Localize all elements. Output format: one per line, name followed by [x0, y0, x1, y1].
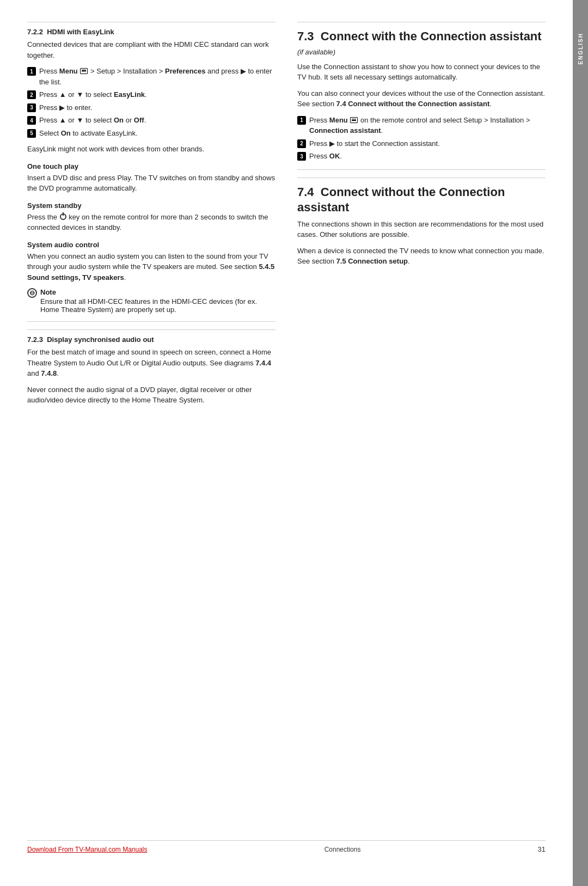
power-icon — [60, 213, 66, 220]
system-audio-text: When you connect an audio system you can… — [27, 251, 275, 283]
section-73-para2: You can also connect your devices withou… — [297, 88, 546, 109]
menu-icon — [80, 68, 88, 74]
section-74-para2: When a device is connected the TV needs … — [297, 246, 546, 267]
note-block: ⊖ Note Ensure that all HDMI-CEC features… — [27, 288, 275, 314]
step-3-content: Press ▶ to enter. — [39, 102, 275, 113]
off-label: Off — [134, 116, 144, 124]
connect-without-ref: 7.4 Connect without the Connection assis… — [336, 100, 490, 108]
73-step-3-content: Press OK. — [309, 151, 546, 162]
easylink-note: EasyLink might not work with devices fro… — [27, 144, 275, 155]
footer-link[interactable]: Download From TV-Manual.com Manuals — [27, 846, 148, 853]
connection-setup-ref: 7.5 Connection setup — [336, 257, 408, 265]
sound-settings-ref: 5.4.5 Sound settings, TV speakers — [27, 262, 274, 282]
connection-assistant-label: Connection assistant — [309, 126, 381, 135]
on-label: On — [114, 116, 124, 124]
step-2-content: Press ▲ or ▼ to select EasyLink. — [39, 89, 275, 100]
page-container: 7.2.2 HDMI with EasyLink Connected devic… — [0, 0, 588, 886]
73-step-1-content: Press Menu on the remote control and sel… — [309, 115, 546, 136]
note-text: Ensure that all HDMI-CEC features in the… — [40, 297, 257, 314]
section-74-heading: 7.4 Connect without the Connection assis… — [297, 178, 546, 216]
system-audio-heading: System audio control — [27, 241, 275, 249]
step-1: 1 Press Menu > Setup > Installation > Pr… — [27, 66, 275, 87]
step-num-5: 5 — [27, 129, 36, 138]
section-73-para1: Use the Connection assistant to show you… — [297, 62, 546, 83]
section-73-heading: 7.3 Connect with the Connection assistan… — [297, 22, 546, 45]
right-column: 7.3 Connect with the Connection assistan… — [297, 22, 546, 840]
one-touch-play-heading: One touch play — [27, 162, 275, 170]
ok-label: OK — [329, 152, 340, 160]
footer-page-number: 31 — [538, 845, 546, 853]
step-num-2: 2 — [27, 90, 36, 99]
73-step-1: 1 Press Menu on the remote control and s… — [297, 115, 546, 136]
step-3: 3 Press ▶ to enter. — [27, 102, 275, 113]
73-step-num-3: 3 — [297, 152, 306, 161]
73-step-2: 2 Press ▶ to start the Connection assist… — [297, 138, 546, 149]
section-73-steps: 1 Press Menu on the remote control and s… — [297, 115, 546, 162]
ref-744: 7.4.4 — [255, 359, 271, 367]
divider-1 — [27, 321, 275, 322]
section-723-para2: Never connect the audio signal of a DVD … — [27, 384, 275, 406]
side-tab-text: ENGLISH — [578, 33, 584, 64]
step-5-content: Select On to activate EasyLink. — [39, 128, 275, 139]
step-num-3: 3 — [27, 103, 36, 112]
step-num-4: 4 — [27, 116, 36, 125]
side-tab: ENGLISH — [573, 0, 588, 886]
section-723-heading: 7.2.3 Display synchronised audio out — [27, 329, 275, 344]
section-722-steps: 1 Press Menu > Setup > Installation > Pr… — [27, 66, 275, 138]
two-column-layout: 7.2.2 HDMI with EasyLink Connected devic… — [27, 22, 546, 840]
left-column: 7.2.2 HDMI with EasyLink Connected devic… — [27, 22, 275, 840]
73-step-num-2: 2 — [297, 139, 306, 148]
note-label: Note — [40, 288, 275, 296]
main-content: 7.2.2 HDMI with EasyLink Connected devic… — [0, 0, 573, 886]
on-label-2: On — [61, 129, 71, 137]
section-722-intro: Connected devices that are compliant wit… — [27, 39, 275, 60]
step-4-content: Press ▲ or ▼ to select On or Off. — [39, 115, 275, 126]
73-step-num-1: 1 — [297, 116, 306, 125]
73-step-2-content: Press ▶ to start the Connection assistan… — [309, 138, 546, 149]
step-4: 4 Press ▲ or ▼ to select On or Off. — [27, 115, 275, 126]
section-722-heading: 7.2.2 HDMI with EasyLink — [27, 22, 275, 36]
step-1-content: Press Menu > Setup > Installation > Pref… — [39, 66, 275, 87]
menu-icon-73 — [350, 117, 358, 123]
note-content: Note Ensure that all HDMI-CEC features i… — [40, 288, 275, 314]
section-74-para1: The connections shown in this section ar… — [297, 219, 546, 240]
step-num-1: 1 — [27, 67, 36, 76]
menu-label: Menu — [59, 67, 78, 75]
step-2: 2 Press ▲ or ▼ to select EasyLink. — [27, 89, 275, 100]
menu-label-73: Menu — [329, 116, 348, 124]
footer: Download From TV-Manual.com Manuals Conn… — [27, 840, 546, 853]
ref-748: 7.4.8 — [41, 369, 57, 377]
section-723-para1: For the best match of image and sound in… — [27, 347, 275, 379]
if-available: (if available) — [297, 48, 546, 56]
step-5: 5 Select On to activate EasyLink. — [27, 128, 275, 139]
note-icon: ⊖ — [27, 288, 37, 298]
preferences-label: Preferences — [165, 67, 205, 75]
divider-2 — [297, 169, 546, 170]
73-step-3: 3 Press OK. — [297, 151, 546, 162]
system-standby-heading: System standby — [27, 201, 275, 210]
system-standby-text: Press the key on the remote control for … — [27, 212, 275, 233]
easylink-label: EasyLink — [114, 90, 145, 99]
footer-section: Connections — [324, 846, 361, 853]
one-touch-play-text: Insert a DVD disc and press Play. The TV… — [27, 173, 275, 194]
